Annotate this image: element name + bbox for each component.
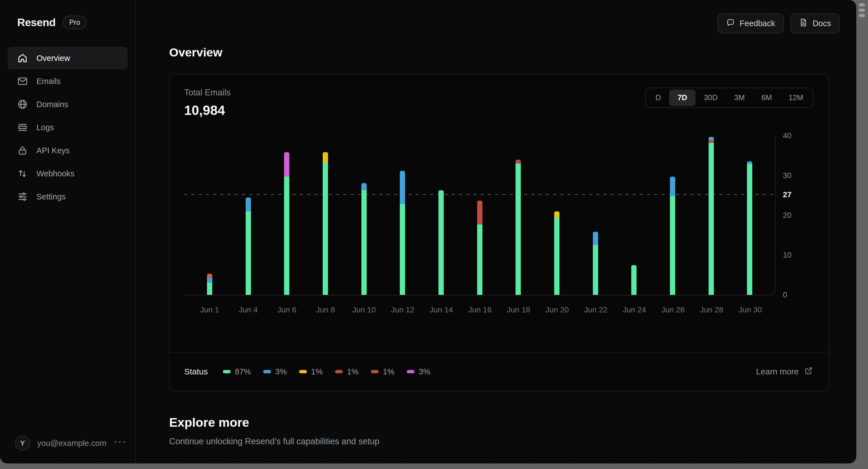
range-option-6m[interactable]: 6M	[753, 90, 780, 106]
learn-more-link[interactable]: Learn more	[756, 366, 813, 377]
legend-percent: 3%	[419, 367, 430, 376]
sidebar-item-api-keys[interactable]: API Keys	[8, 139, 127, 162]
sidebar-item-label: Emails	[36, 77, 61, 86]
bar-jun-14[interactable]	[422, 136, 460, 295]
bar-segment-yellow	[554, 211, 559, 218]
mail-icon	[17, 76, 28, 87]
legend-percent: 87%	[235, 367, 251, 376]
legend-percent: 3%	[275, 367, 287, 376]
sidebar-item-webhooks[interactable]: Webhooks	[8, 162, 127, 185]
legend-swatch-red	[371, 370, 379, 373]
bar-jun-24[interactable]	[615, 136, 653, 295]
home-icon	[17, 53, 28, 64]
metric-label: Total Emails	[184, 88, 230, 98]
docs-button-label: Docs	[813, 19, 831, 28]
feedback-button[interactable]: Feedback	[717, 13, 784, 33]
bar-segment-green	[400, 204, 405, 295]
bar-segment-green	[709, 143, 714, 295]
bar-segment-blue	[246, 197, 251, 211]
x-tick-label: Jun 8	[306, 306, 345, 314]
y-tick-label: 30	[783, 171, 792, 180]
legend-percent: 1%	[383, 367, 395, 376]
metric-block: Total Emails 10,984	[184, 88, 230, 118]
bar-segment-green	[670, 196, 675, 295]
legend-swatch-green	[223, 370, 230, 373]
sidebar-item-label: Domains	[36, 100, 68, 109]
app-window: Resend Pro OverviewEmailsDomainsLogsAPI …	[0, 0, 856, 463]
bar-jun-22[interactable]	[576, 136, 615, 295]
bar-segment-green	[323, 163, 328, 295]
legend-swatch-yellow	[299, 370, 307, 373]
sidebar-item-settings[interactable]: Settings	[8, 186, 127, 208]
bar-jun-18[interactable]	[499, 136, 537, 295]
legend-percent: 1%	[311, 367, 323, 376]
globe-icon	[17, 99, 28, 110]
sidebar-item-logs[interactable]: Logs	[8, 116, 127, 138]
x-tick-label: Jun 4	[229, 306, 268, 314]
bar-jun-10[interactable]	[345, 136, 383, 295]
bar-segment-yellow	[323, 152, 328, 163]
bar-segment-blue	[747, 161, 752, 164]
bar-segment-blue	[670, 177, 675, 196]
y-tick-label: 10	[783, 251, 792, 259]
card-header: Total Emails 10,984 D7D30D3M6M12M	[170, 74, 829, 118]
bar-jun-26[interactable]	[653, 136, 692, 295]
user-row[interactable]: Y you@example.com ···	[8, 436, 127, 451]
explore-subtitle: Continue unlocking Resend’s full capabil…	[169, 436, 829, 446]
scrollbar-handle-dots[interactable]	[859, 3, 866, 17]
range-option-d[interactable]: D	[647, 90, 669, 106]
bar-jun-30[interactable]	[730, 136, 769, 295]
bar-jun-4[interactable]	[229, 136, 268, 295]
avatar: Y	[15, 436, 30, 451]
bar-segment-magenta	[284, 152, 289, 177]
x-axis: Jun 1Jun 4Jun 6Jun 8Jun 10Jun 12Jun 14Ju…	[184, 306, 776, 314]
range-option-3m[interactable]: 3M	[726, 90, 753, 106]
ellipsis-icon[interactable]: ···	[114, 438, 127, 448]
sidebar-item-domains[interactable]: Domains	[8, 93, 127, 116]
sidebar-item-emails[interactable]: Emails	[8, 70, 127, 92]
bar-jun-28[interactable]	[692, 136, 731, 295]
x-tick-label: Jun 28	[692, 306, 731, 314]
bar-segment-red	[709, 140, 714, 143]
external-link-icon	[804, 366, 813, 377]
sidebar-nav: OverviewEmailsDomainsLogsAPI KeysWebhook…	[8, 47, 127, 208]
topbar: Feedback Docs	[717, 13, 840, 33]
main-area: Feedback Docs Overview Total Emails	[136, 0, 856, 463]
brand: Resend Pro	[8, 15, 127, 29]
x-tick-label: Jun 6	[268, 306, 306, 314]
sidebar-item-label: Logs	[36, 123, 54, 132]
sidebar-item-label: Overview	[36, 54, 70, 63]
arrows-up-down-icon	[17, 168, 28, 179]
x-tick-label: Jun 14	[422, 306, 461, 314]
bar-segment-blue	[593, 232, 598, 245]
docs-button[interactable]: Docs	[790, 13, 840, 33]
bar-chart: 01020304027	[184, 136, 776, 295]
range-option-12m[interactable]: 12M	[780, 90, 811, 106]
sidebar-item-label: Settings	[36, 192, 66, 201]
sidebar-item-overview[interactable]: Overview	[8, 47, 127, 69]
range-option-30d[interactable]: 30D	[695, 90, 726, 106]
speech-bubble-icon	[726, 18, 735, 29]
legend-swatch-magenta	[407, 370, 414, 373]
bar-jun-6[interactable]	[267, 136, 306, 295]
bar-jun-20[interactable]	[537, 136, 576, 295]
legend-swatch-blue	[263, 370, 271, 373]
range-option-7d[interactable]: 7D	[669, 90, 695, 106]
brand-logo: Resend	[17, 17, 56, 29]
x-tick-label: Jun 30	[731, 306, 770, 314]
bar-jun-12[interactable]	[383, 136, 422, 295]
bar-segment-green	[516, 163, 521, 295]
sidebar: Resend Pro OverviewEmailsDomainsLogsAPI …	[0, 0, 136, 463]
bar-segment-blue	[400, 171, 405, 204]
status-legend: Status 87%3%1%1%1%3%	[184, 367, 430, 376]
bar-jun-1[interactable]	[190, 136, 229, 295]
plan-badge: Pro	[63, 15, 87, 29]
bar-segment-blue	[709, 137, 714, 140]
sidebar-item-label: Webhooks	[36, 169, 74, 178]
bar-segment-green	[284, 177, 289, 295]
bar-jun-16[interactable]	[460, 136, 499, 295]
bar-jun-8[interactable]	[306, 136, 345, 295]
x-tick-label: Jun 18	[499, 306, 538, 314]
legend-item-green: 87%	[223, 367, 251, 376]
y-tick-label: 20	[783, 211, 792, 220]
